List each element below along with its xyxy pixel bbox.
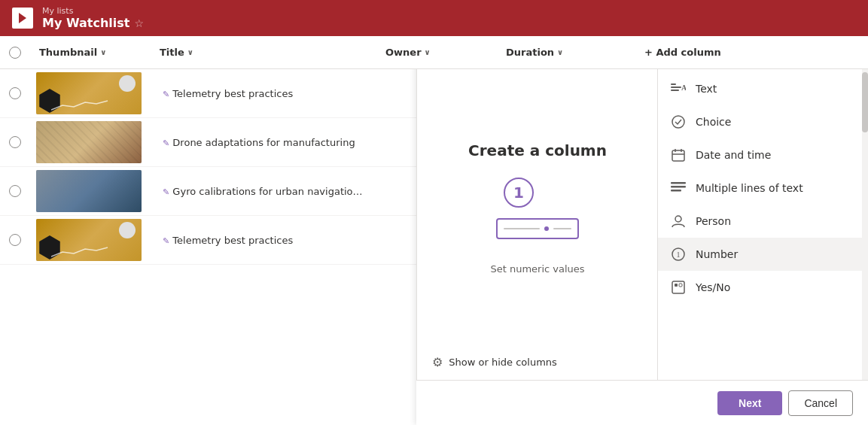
show-hide-columns-button[interactable]: ⚙ Show or hide columns (417, 344, 658, 380)
row-checkbox[interactable] (0, 185, 30, 197)
type-item-number[interactable]: 1 Number (658, 238, 868, 271)
number-illustration: 1 (489, 178, 586, 245)
scrollbar-thumb[interactable] (862, 72, 868, 132)
person-type-icon (670, 213, 687, 229)
create-column-title: Create a column (468, 141, 607, 159)
type-label-choice: Choice (696, 116, 731, 128)
chevron-down-icon: ∨ (425, 48, 431, 56)
checkbox-circle-icon (9, 185, 21, 197)
choice-type-icon (670, 114, 687, 130)
thumbnail-image (36, 121, 142, 163)
app-main-title: My Watchlist ☆ (42, 16, 144, 30)
type-label-person: Person (696, 215, 731, 227)
row-thumbnail (30, 69, 151, 117)
svg-rect-1 (671, 83, 676, 85)
row-title: ✎ Telemetry best practices (151, 235, 376, 246)
app-title-area: My lists My Watchlist ☆ (42, 6, 144, 30)
table-header: Thumbnail ∨ Title ∨ Owner ∨ Duration ∨ +… (0, 36, 868, 69)
svg-rect-11 (671, 186, 686, 188)
row-thumbnail (30, 216, 151, 264)
svg-rect-10 (671, 182, 686, 184)
svg-marker-0 (19, 13, 26, 23)
gear-icon: ⚙ (432, 355, 443, 369)
table-body: ✎ Telemetry best practices ✎ Drone adapt… (0, 69, 868, 425)
chevron-down-icon: ∨ (557, 48, 563, 56)
svg-text:1: 1 (677, 250, 681, 259)
panel-footer: Next Cancel (416, 380, 868, 425)
row-title: ✎ Drone adaptations for manufacturing (151, 137, 376, 148)
thumbnail-image (36, 72, 142, 114)
row-checkbox[interactable] (0, 136, 30, 148)
checkbox-circle-icon (9, 234, 21, 246)
type-label-datetime: Date and time (696, 149, 771, 161)
globe-icon (119, 75, 136, 92)
multiline-type-icon (670, 180, 687, 196)
app-logo (12, 8, 33, 29)
type-item-choice[interactable]: Choice (658, 105, 868, 138)
svg-rect-2 (671, 87, 681, 88)
row-title: ✎ Telemetry best practices (151, 88, 376, 99)
checkbox-circle-icon (9, 87, 21, 99)
row-thumbnail (30, 118, 151, 166)
edit-icon: ✎ (163, 187, 169, 197)
globe-icon (119, 222, 136, 238)
col-header-duration[interactable]: Duration ∨ (497, 36, 632, 68)
text-type-icon: Abc (670, 80, 687, 97)
svg-rect-18 (679, 284, 682, 287)
app-subtitle: My lists (42, 6, 144, 16)
illus-line2 (553, 228, 571, 229)
scrollbar-track (862, 69, 868, 425)
illus-line (504, 228, 540, 229)
svg-rect-17 (675, 284, 678, 287)
number-type-icon: 1 (670, 246, 687, 263)
edit-icon: ✎ (163, 138, 169, 148)
svg-rect-12 (671, 190, 681, 192)
svg-rect-3 (671, 90, 679, 91)
col-header-owner[interactable]: Owner ∨ (376, 36, 497, 68)
type-list-panel: Abc Text Choice Date an (657, 69, 868, 425)
svg-rect-6 (672, 150, 684, 161)
next-button[interactable]: Next (717, 391, 782, 415)
thumbnail-image (36, 219, 142, 261)
row-checkbox[interactable] (0, 87, 30, 99)
app-header: My lists My Watchlist ☆ (0, 0, 868, 36)
svg-point-5 (672, 116, 684, 128)
illus-field (496, 218, 579, 239)
illus-field-container (489, 218, 586, 239)
create-column-panel: Create a column 1 Set numeric values (416, 69, 868, 425)
create-column-content: Create a column 1 Set numeric values (417, 69, 658, 380)
thumbnail-image (36, 170, 142, 212)
type-item-multiline[interactable]: Multiple lines of text (658, 172, 868, 205)
edit-icon: ✎ (163, 90, 169, 99)
favorite-star-icon[interactable]: ☆ (134, 17, 144, 29)
type-item-text[interactable]: Abc Text (658, 72, 868, 105)
select-all-checkbox[interactable] (0, 47, 30, 59)
yes-no-type-icon (670, 279, 687, 296)
svg-point-13 (675, 216, 681, 222)
col-header-thumbnail[interactable]: Thumbnail ∨ (30, 36, 151, 68)
add-column-button[interactable]: + Add column (632, 47, 730, 58)
type-item-yes-no[interactable]: Yes/No (658, 271, 868, 304)
type-label-number: Number (696, 248, 738, 260)
col-header-title[interactable]: Title ∨ (151, 36, 376, 68)
type-list: Abc Text Choice Date an (658, 69, 868, 307)
cancel-button[interactable]: Cancel (788, 390, 853, 416)
type-label-multiline: Multiple lines of text (696, 182, 803, 194)
checkbox-circle-icon (9, 47, 21, 59)
app-title-text: My Watchlist (42, 16, 129, 30)
type-item-person[interactable]: Person (658, 205, 868, 238)
type-item-date-time[interactable]: Date and time (658, 138, 868, 172)
row-checkbox[interactable] (0, 234, 30, 246)
chevron-down-icon: ∨ (100, 48, 106, 56)
set-numeric-label: Set numeric values (490, 263, 584, 275)
main-area: Thumbnail ∨ Title ∨ Owner ∨ Duration ∨ +… (0, 36, 868, 425)
type-label-yes-no: Yes/No (696, 281, 730, 293)
edit-icon: ✎ (163, 236, 169, 246)
illus-dot (544, 226, 549, 231)
number-circle-icon: 1 (504, 178, 534, 208)
row-title: ✎ Gyro calibrations for urban navigation… (151, 186, 376, 197)
svg-rect-16 (672, 281, 684, 293)
type-label-text: Text (696, 83, 717, 95)
checkbox-circle-icon (9, 136, 21, 148)
date-time-type-icon (670, 147, 687, 163)
